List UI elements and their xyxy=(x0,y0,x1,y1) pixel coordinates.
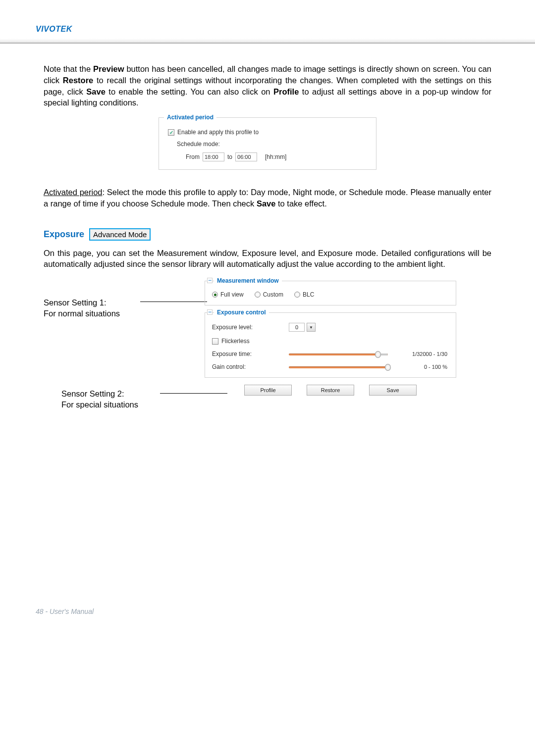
exposure-heading: Exposure xyxy=(44,229,84,240)
exposure-paragraph: On this page, you can set the Measuremen… xyxy=(44,248,491,270)
sensor-1-line-1: Sensor Setting 1: xyxy=(44,298,107,307)
exposure-level-label: Exposure level: xyxy=(212,324,289,331)
flickerless-checkbox[interactable] xyxy=(212,338,218,345)
exposure-level-dropdown[interactable]: ▼ xyxy=(307,323,316,332)
gain-control-label: Gain control: xyxy=(212,363,289,370)
to-time-input[interactable]: 06:00 xyxy=(235,152,257,161)
radio-dot-icon xyxy=(255,292,261,298)
brand-title: VIVOTEK xyxy=(36,25,72,34)
gain-control-range-text: 0 - 100 % xyxy=(424,364,447,370)
measurement-window-fieldset: − Measurement window Full view Custom BL… xyxy=(205,281,456,305)
radio-dot-icon xyxy=(212,292,218,298)
schedule-mode-label: Schedule mode: xyxy=(177,141,220,148)
profile-button[interactable]: Profile xyxy=(244,385,292,396)
radio-custom[interactable]: Custom xyxy=(255,291,283,298)
slider-thumb[interactable] xyxy=(375,351,381,358)
save-word: Save xyxy=(86,87,106,96)
sensor-1-line-2: For normal situations xyxy=(44,309,120,318)
to-label: to xyxy=(227,153,232,160)
sensor-setting-1-label: Sensor Setting 1: For normal situations xyxy=(44,298,120,319)
slider-track xyxy=(289,366,388,368)
flickerless-label: Flickerless xyxy=(221,338,250,345)
from-label: From xyxy=(186,153,200,160)
exposure-time-range-text: 1/32000 - 1/30 xyxy=(412,351,447,357)
text: Note that the xyxy=(44,64,93,73)
activated-period-panel: Activated period ✓ Enable and apply this… xyxy=(159,117,376,170)
text: to take effect. xyxy=(275,199,326,208)
preview-word: Preview xyxy=(93,64,124,73)
exposure-level-input[interactable]: 0 xyxy=(289,323,305,332)
text: to enable the setting. You can also clic… xyxy=(106,87,273,96)
exposure-control-fieldset: − Exposure control Exposure level: 0 ▼ xyxy=(205,312,456,378)
restore-word: Restore xyxy=(63,76,93,85)
radio-full-view[interactable]: Full view xyxy=(212,291,244,298)
intro-paragraph: Note that the Preview button has been ca… xyxy=(44,63,491,108)
slider-thumb[interactable] xyxy=(385,364,391,371)
sensor-2-line-2: For special situations xyxy=(61,400,138,409)
sensor-2-line-1: Sensor Setting 2: xyxy=(61,389,124,398)
from-time-input[interactable]: 18:00 xyxy=(203,152,224,161)
measurement-window-legend: Measurement window xyxy=(214,277,282,284)
activated-period-legend: Activated period xyxy=(164,114,216,121)
collapse-toggle[interactable]: − xyxy=(207,278,213,283)
save-word: Save xyxy=(257,199,276,208)
radio-label: Full view xyxy=(220,291,244,298)
radio-label: Custom xyxy=(263,291,283,298)
profile-word: Profile xyxy=(273,87,299,96)
page-footer-text: 48 - User's Manual xyxy=(36,607,94,615)
pointer-line-1 xyxy=(140,302,207,302)
time-format-hint: [hh:mm] xyxy=(265,153,286,160)
advanced-mode-badge: Advanced Mode xyxy=(89,228,151,241)
exposure-time-slider[interactable] xyxy=(289,351,388,357)
collapse-toggle[interactable]: − xyxy=(207,309,213,315)
sensor-setting-2-label: Sensor Setting 2: For special situations xyxy=(61,389,138,410)
exposure-control-legend: Exposure control xyxy=(214,309,269,316)
enable-profile-label: Enable and apply this profile to xyxy=(177,129,259,136)
enable-profile-checkbox[interactable]: ✓ xyxy=(168,129,174,136)
activated-period-lead: Activated period xyxy=(44,188,103,197)
radio-blc[interactable]: BLC xyxy=(294,291,314,298)
exposure-time-label: Exposure time: xyxy=(212,351,289,357)
restore-button[interactable]: Restore xyxy=(307,385,354,396)
chevron-down-icon: ▼ xyxy=(309,325,313,330)
gain-control-slider[interactable] xyxy=(289,364,388,370)
radio-label: BLC xyxy=(303,291,314,298)
radio-dot-icon xyxy=(294,292,300,298)
save-button[interactable]: Save xyxy=(369,385,417,396)
slider-track xyxy=(289,353,388,355)
activated-period-paragraph: Activated period: Select the mode this p… xyxy=(44,187,491,209)
